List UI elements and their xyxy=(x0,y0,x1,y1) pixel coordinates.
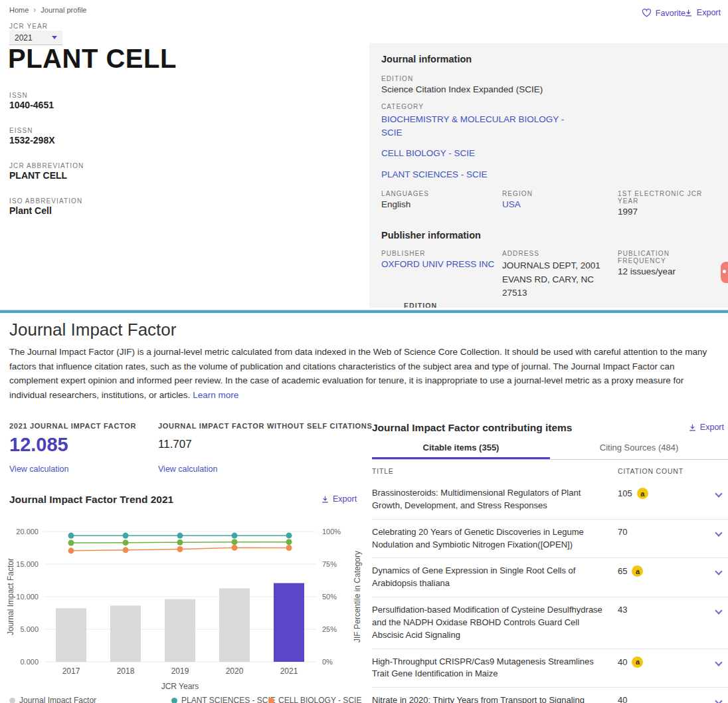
publication-frequency-value: 12 issues/year xyxy=(618,266,716,276)
open-access-icon: a xyxy=(637,488,648,499)
iso-abbreviation-value: Plant Cell xyxy=(9,205,52,216)
languages-label: LANGUAGES xyxy=(381,190,502,197)
jif-no-self-citations-label: JOURNAL IMPACT FACTOR WITHOUT SELF CITAT… xyxy=(158,422,373,430)
tab-citing-sources[interactable]: Citing Sources (484) xyxy=(550,438,728,459)
download-icon xyxy=(321,495,329,504)
trend-export-label: Export xyxy=(333,494,357,504)
publication-frequency-label: PUBLICATION FREQUENCY xyxy=(618,250,716,264)
learn-more-link[interactable]: Learn more xyxy=(193,390,238,400)
citation-count-cell: 40 xyxy=(618,695,627,703)
item-title: Celebrating 20 Years of Genetic Discover… xyxy=(372,526,610,552)
breadcrumb: Home › Journal profile xyxy=(9,5,86,15)
chevron-down-icon[interactable] xyxy=(715,490,722,497)
journal-information-heading: Journal information xyxy=(381,54,716,64)
publisher-information-heading: Publisher information xyxy=(381,230,716,241)
feedback-tab[interactable] xyxy=(721,262,728,283)
clipped-edition-label: EDITION xyxy=(404,302,437,308)
legend-dot-icon xyxy=(9,698,15,703)
open-access-icon: a xyxy=(632,565,643,577)
jcr-year-select[interactable]: 2021 xyxy=(9,31,62,45)
favorite-button[interactable]: Favorite xyxy=(642,8,685,18)
legend-dot-icon xyxy=(268,698,274,703)
table-row: Dynamics of Gene Expression in Single Ro… xyxy=(372,558,728,597)
first-electronic-jcr-year-value: 1997 xyxy=(618,207,716,217)
legend-dot-icon xyxy=(171,698,177,703)
contributing-items-panel: Journal Impact Factor contributing items… xyxy=(372,422,728,434)
svg-text:0.000: 0.000 xyxy=(20,658,39,666)
item-title: Dynamics of Gene Expression in Single Ro… xyxy=(372,565,610,590)
tab-citable-items[interactable]: Citable items (355) xyxy=(372,438,550,459)
citation-count-cell: 70 xyxy=(618,527,627,537)
category-link[interactable]: PLANT SCIENCES - SCIE xyxy=(381,168,567,181)
column-citation-count: CITATION COUNT xyxy=(618,467,683,475)
address-value: JOURNALS DEPT, 2001 EVANS RD, CARY, NC 2… xyxy=(502,259,616,300)
languages-value: English xyxy=(381,199,502,209)
svg-text:2018: 2018 xyxy=(117,666,135,676)
svg-text:2017: 2017 xyxy=(62,666,80,676)
citation-count: 43 xyxy=(618,605,627,615)
contributing-export-button[interactable]: Export xyxy=(688,423,724,432)
breadcrumb-home-link[interactable]: Home xyxy=(9,6,29,14)
jcr-abbreviation-value: PLANT CELL xyxy=(9,170,67,181)
svg-text:Journal Impact Factor: Journal Impact Factor xyxy=(6,558,15,635)
edition-value: Science Citation Index Expanded (SCIE) xyxy=(381,84,716,94)
category-link[interactable]: CELL BIOLOGY - SCIE xyxy=(381,147,567,160)
category-link[interactable]: BIOCHEMISTRY & MOLECULAR BIOLOGY - SCIE xyxy=(381,113,567,139)
journal-information-panel: Journal information EDITION Science Cita… xyxy=(369,43,728,308)
svg-text:75%: 75% xyxy=(322,560,337,568)
contributing-items-table: Brassinosteroids: Multidimensional Regul… xyxy=(372,480,728,703)
chevron-down-icon[interactable] xyxy=(715,607,722,614)
chevron-down-icon[interactable] xyxy=(715,529,722,536)
contributing-export-label: Export xyxy=(700,423,724,432)
legend-item: Journal Impact Factor xyxy=(9,696,96,703)
jcr-journal-profile-page: Home › Journal profile Favorite Export J… xyxy=(0,0,728,703)
region-label: REGION xyxy=(502,190,618,197)
jif-trend-heading: Journal Impact Factor Trend 2021 xyxy=(9,494,173,506)
open-access-icon: a xyxy=(632,656,643,668)
category-links: BIOCHEMISTRY & MOLECULAR BIOLOGY - SCIEC… xyxy=(381,113,716,181)
svg-text:15.000: 15.000 xyxy=(16,560,39,568)
favorite-label: Favorite xyxy=(656,9,685,18)
edition-label: EDITION xyxy=(381,75,716,82)
jcr-abbreviation-label: JCR ABBREVIATION xyxy=(9,162,84,169)
view-calculation-link[interactable]: View calculation xyxy=(9,464,68,474)
jif-trend-chart: 0.0005.00010.00015.00020.0000%25%50%75%1… xyxy=(4,510,366,696)
page-title: PLANT CELL xyxy=(8,44,177,74)
chevron-down-icon[interactable] xyxy=(715,658,722,666)
table-row: Nitrate in 2020: Thirty Years from Trans… xyxy=(372,688,728,703)
export-button[interactable]: Export xyxy=(684,8,721,17)
table-row: Celebrating 20 Years of Genetic Discover… xyxy=(372,520,728,559)
address-label: ADDRESS xyxy=(502,250,618,257)
legend-label: Journal Impact Factor xyxy=(19,696,96,703)
jif-description-text: The Journal Impact Factor (JIF) is a jou… xyxy=(9,347,707,400)
issn-value: 1040-4651 xyxy=(9,100,54,110)
eissn-label: EISSN xyxy=(9,127,33,134)
chevron-down-icon[interactable] xyxy=(715,568,722,575)
table-row: Brassinosteroids: Multidimensional Regul… xyxy=(372,480,728,520)
view-calculation-link[interactable]: View calculation xyxy=(158,464,217,474)
citation-count-cell: 65a xyxy=(618,565,643,577)
jif-metric-label: 2021 JOURNAL IMPACT FACTOR xyxy=(9,422,136,430)
region-link[interactable]: USA xyxy=(502,199,521,209)
chevron-down-icon[interactable] xyxy=(715,698,722,703)
item-title: High-Throughput CRISPR/Cas9 Mutagenesis … xyxy=(372,656,610,681)
category-label: CATEGORY xyxy=(381,103,716,110)
svg-text:2019: 2019 xyxy=(171,666,189,676)
journal-impact-factor-card: Journal Impact Factor The Journal Impact… xyxy=(0,310,728,703)
svg-text:10.000: 10.000 xyxy=(16,593,39,601)
svg-text:100%: 100% xyxy=(322,528,341,536)
trend-export-button[interactable]: Export xyxy=(321,494,357,504)
item-title: Persulfidation-based Modification of Cys… xyxy=(372,604,610,642)
export-label: Export xyxy=(697,8,721,17)
legend-item: PLANT SCIENCES - SCIE xyxy=(171,696,276,703)
svg-text:50%: 50% xyxy=(322,593,337,601)
download-icon xyxy=(684,9,693,17)
legend-label: PLANT SCIENCES - SCIE xyxy=(181,696,276,703)
svg-text:2021: 2021 xyxy=(280,666,298,676)
item-title: Brassinosteroids: Multidimensional Regul… xyxy=(372,487,610,512)
svg-text:JCR Years: JCR Years xyxy=(161,682,199,691)
publisher-link[interactable]: OXFORD UNIV PRESS INC xyxy=(381,259,494,269)
legend-label: CELL BIOLOGY - SCIE xyxy=(278,696,361,703)
citation-count: 40 xyxy=(618,695,627,703)
citation-count-cell: 43 xyxy=(618,605,627,615)
